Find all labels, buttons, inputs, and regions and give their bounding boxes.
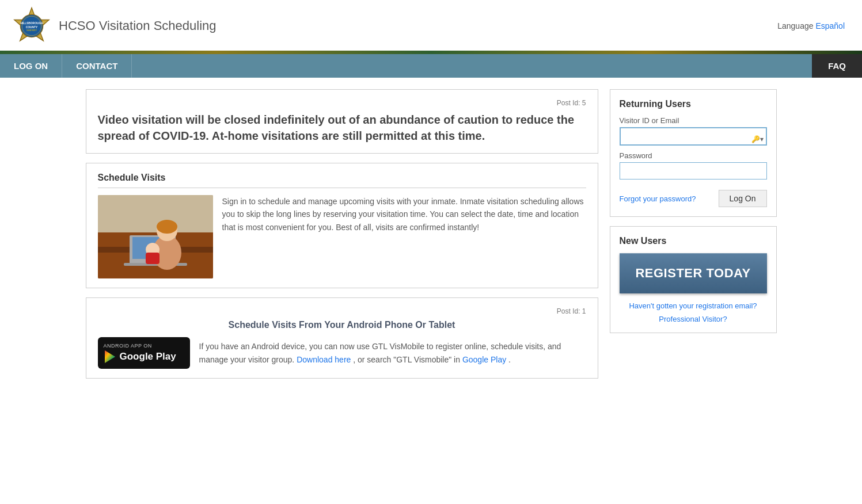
svg-text:SHERIFF: SHERIFF xyxy=(26,29,37,32)
language-selector: Language Español xyxy=(777,21,850,30)
site-title: HCSO Visitation Scheduling xyxy=(59,18,217,33)
main-container: Post Id: 5 Video visitation will be clos… xyxy=(74,78,788,390)
svg-text:HILLSBOROUGH: HILLSBOROUGH xyxy=(20,22,43,25)
svg-rect-16 xyxy=(146,253,160,264)
svg-marker-17 xyxy=(105,350,115,363)
android-desc-end: . xyxy=(508,355,511,364)
visitor-id-field-wrapper: 🔑▾ xyxy=(620,127,767,151)
new-users-title: New Users xyxy=(620,236,767,246)
sidebar: Returning Users Visitor ID or Email 🔑▾ P… xyxy=(610,89,777,379)
google-play-badge[interactable]: ANDROID APP ON xyxy=(98,337,190,369)
professional-visitor-link[interactable]: Professional Visitor? xyxy=(620,315,767,323)
login-row: Forgot your password? Log On xyxy=(620,190,767,207)
visitor-id-input[interactable] xyxy=(620,127,767,146)
badge-bottom: Google Play xyxy=(104,350,176,364)
svg-text:COUNTY: COUNTY xyxy=(26,26,38,29)
no-email-link[interactable]: Haven't gotten your registration email? xyxy=(620,301,767,310)
play-triangle-icon xyxy=(104,350,116,364)
language-label: Language xyxy=(777,21,813,30)
android-desc-middle: , or search "GTL Vismobile" in xyxy=(353,355,460,364)
android-title: Schedule Visits From Your Android Phone … xyxy=(98,320,586,330)
download-here-link[interactable]: Download here xyxy=(297,355,351,364)
nav-left: LOG ON CONTACT xyxy=(0,54,132,78)
post-id-5: Post Id: 5 xyxy=(98,99,586,107)
schedule-title: Schedule Visits xyxy=(98,173,586,188)
password-input[interactable] xyxy=(620,162,767,180)
forgot-password-link[interactable]: Forgot your password? xyxy=(620,194,696,203)
badge-top-text: ANDROID APP ON xyxy=(104,343,152,349)
key-icon[interactable]: 🔑▾ xyxy=(751,135,764,143)
schedule-image xyxy=(98,195,213,278)
post-schedule: Schedule Visits xyxy=(86,163,598,288)
schedule-description: Sign in to schedule and manage upcoming … xyxy=(222,195,586,278)
nav-faq[interactable]: FAQ xyxy=(812,54,862,78)
google-play-link[interactable]: Google Play xyxy=(462,355,506,364)
returning-users-box: Returning Users Visitor ID or Email 🔑▾ P… xyxy=(610,89,777,217)
covid-announcement: Video visitation will be closed indefini… xyxy=(98,112,586,144)
visitor-id-label: Visitor ID or Email xyxy=(620,116,767,125)
new-users-box: New Users REGISTER TODAY Haven't gotten … xyxy=(610,226,777,333)
logon-button[interactable]: Log On xyxy=(719,190,767,207)
password-label: Password xyxy=(620,151,767,160)
main-nav: LOG ON CONTACT FAQ xyxy=(0,54,862,78)
sheriff-badge-icon: HILLSBOROUGH COUNTY SHERIFF xyxy=(12,6,52,46)
woman-baby-illustration xyxy=(98,195,213,278)
svg-point-14 xyxy=(157,220,177,234)
post-id-1: Post Id: 1 xyxy=(98,307,586,315)
schedule-content: Sign in to schedule and manage upcoming … xyxy=(98,195,586,278)
logo-area: HILLSBOROUGH COUNTY SHERIFF HCSO Visitat… xyxy=(12,6,217,46)
nav-right: FAQ xyxy=(812,54,862,78)
post-android: Post Id: 1 Schedule Visits From Your And… xyxy=(86,297,598,379)
nav-logon[interactable]: LOG ON xyxy=(0,54,62,78)
nav-contact[interactable]: CONTACT xyxy=(62,54,132,78)
register-today-button[interactable]: REGISTER TODAY xyxy=(620,253,767,293)
header: HILLSBOROUGH COUNTY SHERIFF HCSO Visitat… xyxy=(0,0,862,46)
android-content: ANDROID APP ON xyxy=(98,337,586,369)
espanol-link[interactable]: Español xyxy=(815,21,845,30)
post-covid: Post Id: 5 Video visitation will be clos… xyxy=(86,89,598,154)
google-play-text: Google Play xyxy=(120,351,176,362)
returning-users-title: Returning Users xyxy=(620,99,767,109)
android-description: If you have an Android device, you can n… xyxy=(199,340,586,366)
content-area: Post Id: 5 Video visitation will be clos… xyxy=(86,89,598,379)
